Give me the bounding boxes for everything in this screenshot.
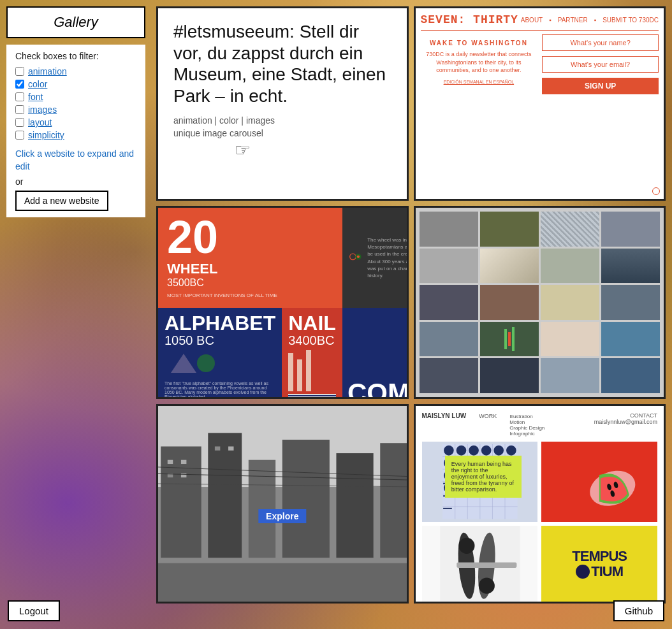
art-thumb-10	[480, 358, 539, 393]
card5-cityscape-svg	[158, 406, 407, 602]
art-thumb-9	[480, 322, 539, 357]
card5-inner: Babb design and development Explore	[158, 406, 407, 602]
svg-rect-14	[168, 460, 173, 464]
checkbox-layout[interactable]	[15, 118, 24, 127]
card2-logo: SEVEN: THIRTY	[421, 13, 518, 26]
inv-stripes	[288, 394, 336, 399]
inv-nail-cell: NAIL 3400BC	[282, 308, 342, 399]
svg-rect-23	[158, 561, 407, 602]
art-thumb-18	[601, 285, 660, 320]
filter-layout[interactable]: layout	[15, 117, 136, 127]
checkbox-animation[interactable]	[15, 67, 24, 76]
checkbox-images[interactable]	[15, 105, 24, 114]
card2-signup-button[interactable]: SIGN UP	[542, 78, 659, 94]
svg-rect-58	[443, 508, 452, 509]
card2-left: WAKE TO WASHINGTON 730DC is a daily news…	[421, 34, 537, 189]
inv-com-text: COM-	[347, 380, 409, 399]
card-inventions[interactable]: 20 WHEEL 3500BC MOST IMPORTANT INVENTION…	[156, 206, 409, 399]
art-thumb-5	[420, 358, 478, 393]
art-thumb-1	[420, 212, 478, 247]
card6-inner: MAISLYN LUW WORK Illustration Motion Gra…	[416, 406, 664, 602]
art-thumb-17	[601, 249, 660, 284]
card2-header: SEVEN: THIRTY ABOUT ▪ PARTNER ▪ SUBMIT T…	[421, 13, 659, 31]
card2-circle-decoration	[652, 187, 660, 195]
art-thumb-19	[601, 322, 660, 357]
inv-wheel-title: WHEEL	[167, 261, 333, 277]
filter-label-color[interactable]: color	[28, 79, 47, 89]
art-thumb-12	[541, 249, 599, 284]
art-thumb-7	[480, 249, 539, 284]
nav-partner: PARTNER	[558, 17, 588, 24]
card6-cell-red	[541, 442, 657, 522]
inv-wheel-year: 3500BC	[167, 277, 333, 289]
checkbox-color[interactable]	[15, 80, 24, 89]
svg-point-38	[469, 445, 479, 456]
filter-animation[interactable]: animation	[15, 66, 136, 76]
art-thumb-13	[541, 285, 599, 320]
card-letsmuseeum[interactable]: #letsmuseeum: Stell dir vor, du zappst d…	[156, 6, 409, 201]
inv-wheel-cell: 20 WHEEL 3500BC MOST IMPORTANT INVENTION…	[158, 208, 342, 308]
svg-point-39	[481, 445, 491, 456]
filter-box: Check boxes to filter: animation color f…	[6, 45, 145, 217]
card6-cell-shapes	[422, 526, 538, 604]
filter-label-font[interactable]: font	[28, 92, 43, 102]
card2-name-input[interactable]: What's your name?	[542, 34, 659, 51]
art-thumb-2	[420, 249, 478, 284]
card6-nav-left: MAISLYN LUW WORK Illustration Motion Gra…	[422, 412, 545, 437]
filter-font[interactable]: font	[15, 92, 136, 102]
filter-heading: Check boxes to filter:	[15, 51, 136, 61]
card-maislyn[interactable]: MAISLYN LUW WORK Illustration Motion Gra…	[414, 404, 666, 604]
inv-nail-year: 3400BC	[288, 333, 336, 348]
nav-about: ABOUT	[521, 17, 543, 24]
inv-circle-svg	[349, 233, 362, 284]
inv-wheel-text: MOST IMPORTANT INVENTIONS OF ALL TIME	[167, 293, 333, 299]
art-thumb-6	[480, 212, 539, 247]
nav-submit: SUBMIT TO 730DC	[603, 17, 659, 24]
card6-watermelon-svg	[541, 442, 657, 522]
filter-label-animation[interactable]: animation	[28, 66, 67, 76]
card2-wake: WAKE TO WASHINGTON	[423, 40, 535, 47]
svg-marker-4	[171, 354, 196, 373]
card-art-gallery[interactable]	[414, 206, 666, 399]
filter-label-layout[interactable]: layout	[28, 117, 52, 127]
card6-grid: Every human being has the right to the e…	[422, 442, 658, 604]
nav-sep2: ▪	[594, 17, 597, 24]
filter-label-images[interactable]: images	[28, 105, 57, 115]
art-thumb-14	[541, 322, 599, 357]
inv-alphabet-desc: The first "true alphabet" containing vow…	[164, 381, 275, 399]
card6-tempus-text: TEMPUS TIUM	[572, 549, 627, 582]
svg-point-67	[458, 537, 474, 553]
click-hint: Click a website to expand and edit	[15, 148, 136, 173]
svg-point-40	[493, 445, 504, 456]
filter-label-simplicity[interactable]: simplicity	[28, 130, 64, 140]
card6-tooltip: Every human being has the right to the e…	[445, 456, 522, 498]
logout-button[interactable]: Logout	[8, 600, 60, 621]
art-thumb-3	[420, 285, 478, 320]
card2-footer: EDICIÓN SEMANAL EN ESPAÑOL	[423, 80, 535, 84]
filter-images[interactable]: images	[15, 105, 136, 115]
card6-work-nav: WORK	[479, 413, 497, 419]
inv-alphabet-row: ALPHABET 1050 BC The first "true alphabe…	[158, 308, 342, 399]
art-thumb-15	[541, 358, 599, 393]
card6-name: MAISLYN LUW	[422, 412, 467, 419]
card2-email-input[interactable]: What's your email?	[542, 56, 659, 73]
checkbox-font[interactable]	[15, 92, 24, 101]
card-730dc[interactable]: SEVEN: THIRTY ABOUT ▪ PARTNER ▪ SUBMIT T…	[414, 6, 666, 201]
filter-simplicity[interactable]: simplicity	[15, 130, 136, 140]
inv-nail-bars	[288, 353, 336, 391]
website-grid: #letsmuseeum: Stell dir vor, du zappst d…	[156, 6, 666, 604]
inv-circle-desc: The wheel was invented by Mesopotamians …	[367, 236, 408, 279]
card-babb[interactable]: Babb design and development Explore	[156, 404, 409, 604]
add-website-button[interactable]: Add a new website	[15, 191, 108, 211]
inv-triangle-circle-svg	[164, 351, 215, 376]
checkbox-simplicity[interactable]	[15, 131, 24, 140]
filter-color[interactable]: color	[15, 79, 136, 89]
cursor-icon: ☞	[235, 140, 251, 161]
svg-point-3	[357, 255, 360, 257]
card1-tags: animation | color | images	[173, 115, 391, 126]
github-button[interactable]: Github	[613, 600, 664, 621]
card5-explore[interactable]: Explore	[258, 509, 306, 523]
card6-contact: CONTACT maislynnluw@gmail.com	[594, 412, 657, 437]
inv-wheel-num: 20	[167, 217, 333, 258]
card6-header: MAISLYN LUW WORK Illustration Motion Gra…	[422, 412, 658, 437]
